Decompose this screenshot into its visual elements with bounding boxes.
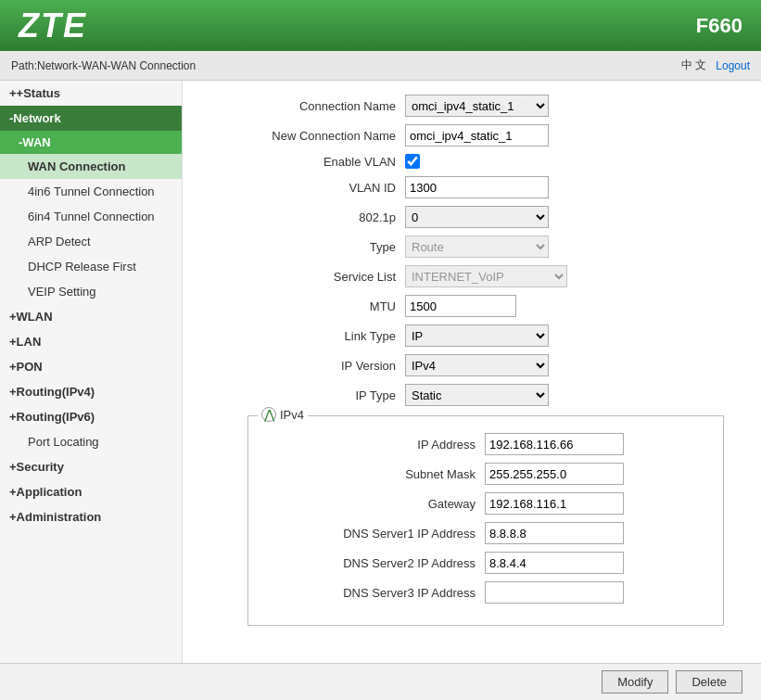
type-label: Type [201, 240, 405, 254]
subnet-mask-input[interactable] [485, 463, 624, 485]
ip-type-label: IP Type [201, 388, 405, 402]
sidebar-item-4in6[interactable]: 4in6 Tunnel Connection [0, 179, 182, 204]
sidebar: ++Status -Network -WAN WAN Connection 4i… [0, 81, 183, 663]
pathbar: Path:Network-WAN-WAN Connection 中 文 Logo… [0, 51, 761, 81]
dns3-row: DNS Server3 IP Address [262, 581, 709, 604]
link-type-row: Link Type IP [201, 325, 742, 347]
sidebar-item-veip-setting[interactable]: VEIP Setting [0, 279, 182, 304]
sidebar-item-network[interactable]: -Network [0, 106, 182, 131]
sidebar-item-6in4[interactable]: 6in4 Tunnel Connection [0, 204, 182, 229]
breadcrumb: Path:Network-WAN-WAN Connection [11, 59, 196, 72]
model-name: F660 [696, 14, 742, 38]
dns2-label: DNS Server2 IP Address [262, 556, 485, 570]
delete-button[interactable]: Delete [676, 670, 742, 694]
dns2-row: DNS Server2 IP Address [262, 552, 709, 574]
mtu-input[interactable] [405, 295, 516, 317]
sidebar-item-application[interactable]: +Application [0, 479, 182, 504]
ip-type-select[interactable]: StaticDynamicPPPoE [405, 384, 549, 406]
collapse-button[interactable]: ⋀ [261, 407, 276, 422]
sidebar-item-pon[interactable]: +PON [0, 354, 182, 379]
dns3-label: DNS Server3 IP Address [262, 586, 485, 600]
service-list-select[interactable]: INTERNET_VoIP [405, 265, 567, 287]
sidebar-item-dhcp-release[interactable]: DHCP Release First [0, 254, 182, 279]
ip-version-row: IP Version IPv4IPv6 [201, 354, 742, 376]
ip-address-input[interactable] [485, 433, 624, 455]
dns2-input[interactable] [485, 552, 624, 574]
gateway-row: Gateway [262, 492, 709, 515]
sidebar-item-port-locating[interactable]: Port Locating [0, 429, 182, 454]
sidebar-item-wan[interactable]: -WAN [0, 131, 182, 154]
service-list-row: Service List INTERNET_VoIP [201, 265, 742, 287]
sidebar-item-security[interactable]: +Security [0, 454, 182, 479]
new-connection-name-label: New Connection Name [201, 129, 405, 143]
link-type-select[interactable]: IP [405, 325, 549, 347]
sidebar-item-administration[interactable]: +Administration [0, 504, 182, 529]
main-content: Connection Name omci_ipv4_static_1 New C… [183, 81, 761, 663]
enable-vlan-checkbox[interactable] [405, 154, 420, 169]
sidebar-item-routing-ipv4[interactable]: +Routing(IPv4) [0, 379, 182, 404]
new-connection-name-row: New Connection Name [201, 124, 742, 146]
main-layout: ++Status -Network -WAN WAN Connection 4i… [0, 81, 761, 663]
mtu-label: MTU [201, 299, 405, 313]
new-connection-name-input[interactable] [405, 124, 549, 146]
connection-name-label: Connection Name [201, 99, 405, 113]
subnet-mask-label: Subnet Mask [262, 467, 485, 481]
vlan-id-label: VLAN ID [201, 181, 405, 195]
connection-name-row: Connection Name omci_ipv4_static_1 [201, 95, 742, 117]
plus-icon: + [9, 86, 17, 100]
link-type-label: Link Type [201, 329, 405, 343]
language-toggle[interactable]: 中 文 [681, 57, 706, 73]
vlan-id-row: VLAN ID [201, 176, 742, 198]
type-select[interactable]: Route Bridge [405, 235, 549, 258]
enable-vlan-label: Enable VLAN [201, 155, 405, 169]
dns1-label: DNS Server1 IP Address [262, 527, 485, 541]
ip-type-row: IP Type StaticDynamicPPPoE [201, 384, 742, 406]
dot1p-select[interactable]: 0123 4567 [405, 206, 549, 228]
vlan-id-input[interactable] [405, 176, 549, 198]
ip-version-label: IP Version [201, 359, 405, 373]
sidebar-item-arp-detect[interactable]: ARP Detect [0, 229, 182, 254]
footer-buttons: Modify Delete [0, 663, 761, 700]
dns1-input[interactable] [485, 522, 624, 544]
ip-address-label: IP Address [262, 438, 485, 452]
gateway-label: Gateway [262, 497, 485, 511]
modify-button[interactable]: Modify [602, 670, 668, 694]
service-list-label: Service List [201, 270, 405, 284]
dot1p-label: 802.1p [201, 210, 405, 224]
sidebar-item-routing-ipv6[interactable]: +Routing(IPv6) [0, 404, 182, 429]
header: ZTE F660 [0, 0, 761, 51]
mtu-row: MTU [201, 295, 742, 317]
enable-vlan-row: Enable VLAN [201, 154, 742, 169]
dns1-row: DNS Server1 IP Address [262, 522, 709, 544]
ipv4-container: ⋀ IPv4 IP Address Subnet Mask Gateway [247, 415, 724, 626]
type-row: Type Route Bridge [201, 235, 742, 258]
sidebar-item-lan[interactable]: +LAN [0, 329, 182, 354]
ipv4-section: ⋀ IPv4 IP Address Subnet Mask Gateway [247, 415, 724, 626]
subnet-mask-row: Subnet Mask [262, 463, 709, 485]
gateway-input[interactable] [485, 492, 624, 515]
dns3-input[interactable] [485, 581, 624, 604]
sidebar-item-wan-connection[interactable]: WAN Connection [0, 154, 182, 179]
sidebar-item-wlan[interactable]: +WLAN [0, 304, 182, 329]
sidebar-item-status[interactable]: ++Status [0, 81, 182, 106]
logout-link[interactable]: Logout [716, 59, 750, 72]
ipv4-section-label: ⋀ IPv4 [258, 407, 308, 422]
dot1p-row: 802.1p 0123 4567 [201, 206, 742, 228]
connection-name-select[interactable]: omci_ipv4_static_1 [405, 95, 549, 117]
ip-version-select[interactable]: IPv4IPv6 [405, 354, 549, 376]
logo: ZTE [19, 6, 87, 45]
ip-address-row: IP Address [262, 433, 709, 455]
